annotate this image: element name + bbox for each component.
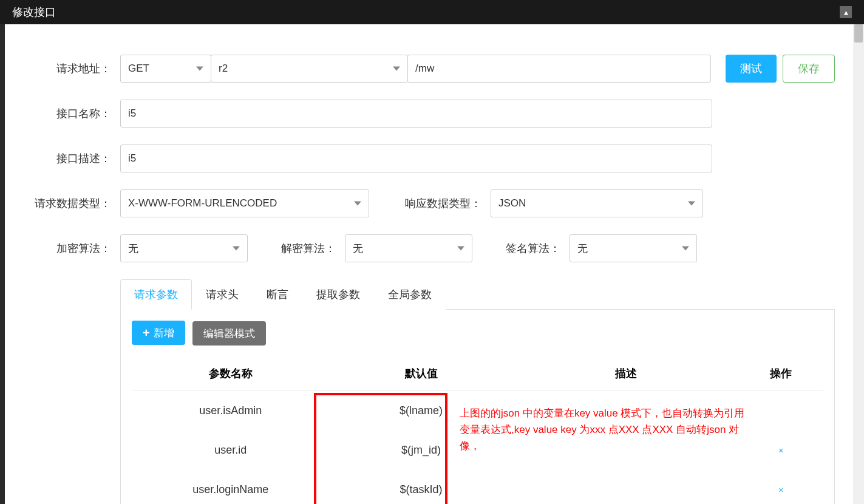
select-req-data-type[interactable]: X-WWW-FORM-URLENCODED bbox=[120, 189, 369, 217]
editor-mode-button[interactable]: 编辑器模式 bbox=[192, 321, 266, 346]
label-request-url: 请求地址： bbox=[23, 61, 120, 76]
cell-param-name[interactable]: user.loginName bbox=[132, 470, 329, 504]
th-operation: 操作 bbox=[739, 356, 824, 391]
select-sign[interactable]: 无 bbox=[570, 234, 697, 262]
input-interface-name[interactable]: i5 bbox=[120, 100, 712, 128]
tab-list: 请求参数 请求头 断言 提取参数 全局参数 bbox=[120, 279, 835, 310]
select-http-method[interactable]: GET bbox=[120, 55, 211, 83]
label-sign: 签名算法： bbox=[472, 241, 570, 256]
table-row: user.loginName $(taskId) × bbox=[132, 470, 823, 504]
cell-param-name[interactable]: user.id bbox=[132, 431, 329, 470]
select-encrypt[interactable]: 无 bbox=[120, 234, 248, 262]
main-form-panel: 请求地址： GET r2 /mw 测试 保存 接口名称： i5 接口描述： i5… bbox=[5, 24, 853, 504]
row-algorithms: 加密算法： 无 解密算法： 无 签名算法： 无 bbox=[23, 234, 835, 262]
cell-default-value[interactable]: $(taskId) bbox=[329, 470, 512, 504]
input-path[interactable]: /mw bbox=[407, 55, 711, 83]
cell-operation: × bbox=[739, 431, 824, 470]
dialog-title: 修改接口 bbox=[12, 5, 56, 19]
cell-operation bbox=[739, 391, 824, 431]
scrollbar-vertical[interactable] bbox=[853, 24, 864, 504]
cell-operation: × bbox=[739, 470, 824, 504]
scrollbar-thumb[interactable] bbox=[854, 24, 863, 43]
label-interface-name: 接口名称： bbox=[23, 106, 120, 121]
label-interface-desc: 接口描述： bbox=[23, 151, 120, 166]
label-decrypt: 解密算法： bbox=[248, 241, 345, 256]
tabs-container: 请求参数 请求头 断言 提取参数 全局参数 + 新增 编辑器模式 参数名称 默认… bbox=[120, 279, 835, 504]
label-req-data-type: 请求数据类型： bbox=[23, 196, 120, 211]
tab-request-headers[interactable]: 请求头 bbox=[192, 279, 253, 310]
add-param-button[interactable]: + 新增 bbox=[132, 321, 185, 345]
tab-global-params[interactable]: 全局参数 bbox=[374, 279, 446, 310]
test-button[interactable]: 测试 bbox=[726, 55, 777, 83]
dialog-title-bar: 修改接口 ▴ bbox=[0, 0, 864, 24]
row-interface-desc: 接口描述： i5 bbox=[23, 145, 835, 172]
select-host[interactable]: r2 bbox=[211, 55, 408, 83]
row-request-url: 请求地址： GET r2 /mw 测试 保存 bbox=[23, 55, 835, 83]
tab-extract-params[interactable]: 提取参数 bbox=[302, 279, 374, 310]
annotation-text: 上图的的json 中的变量在key value 模式下，也自动转换为引用变量表达… bbox=[460, 405, 751, 455]
tab-assertions[interactable]: 断言 bbox=[253, 279, 302, 310]
th-description: 描述 bbox=[513, 356, 739, 391]
tab-request-params[interactable]: 请求参数 bbox=[120, 279, 192, 310]
label-resp-data-type: 响应数据类型： bbox=[369, 196, 491, 211]
close-icon[interactable]: ▴ bbox=[840, 6, 852, 18]
row-interface-name: 接口名称： i5 bbox=[23, 100, 835, 128]
tab-content: + 新增 编辑器模式 参数名称 默认值 描述 操作 bbox=[120, 310, 835, 504]
cell-description[interactable] bbox=[513, 470, 739, 504]
delete-icon[interactable]: × bbox=[778, 485, 783, 495]
input-interface-desc[interactable]: i5 bbox=[120, 145, 712, 172]
label-encrypt: 加密算法： bbox=[23, 241, 120, 256]
th-param-name: 参数名称 bbox=[132, 356, 329, 391]
select-decrypt[interactable]: 无 bbox=[345, 234, 472, 262]
delete-icon[interactable]: × bbox=[778, 446, 783, 455]
th-default-value: 默认值 bbox=[329, 356, 512, 391]
plus-icon: + bbox=[143, 326, 150, 340]
row-data-types: 请求数据类型： X-WWW-FORM-URLENCODED 响应数据类型： JS… bbox=[23, 189, 835, 217]
select-resp-data-type[interactable]: JSON bbox=[491, 189, 703, 217]
cell-param-name[interactable]: user.isAdmin bbox=[132, 391, 329, 431]
save-button[interactable]: 保存 bbox=[783, 55, 835, 83]
